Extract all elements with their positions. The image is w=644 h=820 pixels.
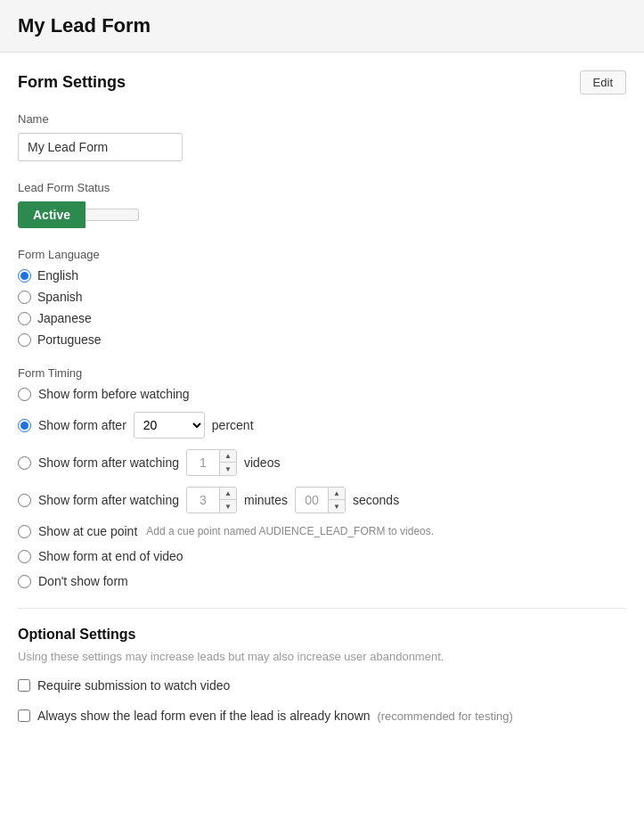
- language-spanish-label: Spanish: [37, 290, 83, 304]
- require-submission-text: Require submission to watch video: [37, 677, 230, 695]
- edit-button[interactable]: Edit: [580, 70, 626, 94]
- language-japanese-label: Japanese: [37, 311, 92, 325]
- optional-settings: Optional Settings Using these settings m…: [18, 627, 626, 725]
- language-japanese[interactable]: Japanese: [18, 311, 626, 325]
- timing-label: Form Timing: [18, 366, 626, 380]
- status-active-button[interactable]: Active: [18, 201, 86, 228]
- seconds-spinner: ▲ ▼: [295, 487, 346, 513]
- language-portuguese-label: Portuguese: [37, 332, 102, 347]
- always-show-label[interactable]: Always show the lead form even if the le…: [18, 708, 626, 726]
- timing-after-minutes-radio[interactable]: [18, 494, 31, 507]
- require-submission-checkbox[interactable]: [18, 679, 30, 692]
- always-show-checkbox[interactable]: [18, 709, 30, 722]
- videos-spinner: ▲ ▼: [186, 449, 237, 476]
- language-english-radio[interactable]: [18, 269, 31, 283]
- timing-cue-radio[interactable]: [18, 525, 31, 538]
- language-english[interactable]: English: [18, 268, 626, 283]
- timing-after-videos: Show form after watching ▲ ▼ videos: [18, 449, 626, 476]
- timing-after-percent: Show form after 20 5 10 15 25 30 40 50 6…: [18, 412, 626, 439]
- form-settings-title: Form Settings: [18, 73, 126, 92]
- timing-end: Show form at end of video: [18, 549, 626, 563]
- minutes-up-button[interactable]: ▲: [220, 488, 236, 500]
- divider: [18, 608, 626, 609]
- seconds-down-button[interactable]: ▼: [329, 500, 345, 512]
- timing-after-percent-label: Show form after: [38, 418, 126, 432]
- timing-after-minutes-label: Show form after watching: [38, 493, 179, 507]
- main-content: Form Settings Edit Name Lead Form Status…: [0, 53, 644, 762]
- videos-input[interactable]: [187, 451, 219, 474]
- seconds-up-button[interactable]: ▲: [329, 488, 345, 500]
- language-portuguese[interactable]: Portuguese: [18, 332, 626, 347]
- language-japanese-radio[interactable]: [18, 312, 31, 325]
- timing-never-label: Don't show form: [38, 574, 128, 588]
- recommended-tag: (recommended for testing): [377, 709, 512, 723]
- language-spanish-radio[interactable]: [18, 291, 31, 304]
- minutes-input[interactable]: [187, 488, 219, 512]
- timing-cue-label: Show at cue point: [38, 524, 137, 538]
- name-input[interactable]: [18, 133, 183, 161]
- timing-cue: Show at cue point Add a cue point named …: [18, 524, 626, 538]
- minutes-down-button[interactable]: ▼: [220, 500, 236, 512]
- status-group: Lead Form Status Active: [18, 181, 626, 228]
- status-toggle: Active: [18, 201, 626, 228]
- always-show-text: Always show the lead form even if the le…: [37, 708, 513, 726]
- timing-after-videos-radio[interactable]: [18, 456, 31, 470]
- seconds-input[interactable]: [296, 488, 328, 512]
- name-group: Name: [18, 112, 626, 161]
- minutes-spinner: ▲ ▼: [186, 487, 237, 513]
- seconds-spinner-buttons: ▲ ▼: [328, 488, 345, 512]
- page-title: My Lead Form: [18, 14, 626, 37]
- percent-label: percent: [212, 418, 254, 432]
- videos-label: videos: [244, 455, 280, 470]
- name-label: Name: [18, 112, 626, 126]
- timing-never-radio[interactable]: [18, 575, 31, 588]
- videos-up-button[interactable]: ▲: [220, 450, 236, 463]
- videos-spinner-buttons: ▲ ▼: [219, 450, 236, 475]
- timing-end-radio[interactable]: [18, 550, 31, 563]
- timing-before: Show form before watching: [18, 387, 626, 401]
- timing-after-videos-label: Show form after watching: [38, 455, 179, 470]
- status-inactive-button[interactable]: [86, 209, 139, 221]
- timing-before-radio[interactable]: [18, 388, 31, 401]
- timing-end-label: Show form at end of video: [38, 549, 183, 563]
- optional-title: Optional Settings: [18, 627, 626, 643]
- status-label: Lead Form Status: [18, 181, 626, 194]
- minutes-spinner-buttons: ▲ ▼: [219, 488, 236, 512]
- videos-down-button[interactable]: ▼: [220, 463, 236, 475]
- timing-after-percent-radio[interactable]: [18, 419, 31, 432]
- timing-never: Don't show form: [18, 574, 626, 588]
- language-english-label: English: [37, 268, 78, 283]
- language-label: Form Language: [18, 248, 626, 261]
- cue-hint: Add a cue point named AUDIENCE_LEAD_FORM…: [146, 525, 434, 537]
- timing-before-label: Show form before watching: [38, 387, 190, 401]
- language-group: Form Language English Spanish Japanese P…: [18, 248, 626, 347]
- require-submission-label[interactable]: Require submission to watch video: [18, 677, 626, 695]
- timing-after-minutes: Show form after watching ▲ ▼ minutes ▲ ▼: [18, 487, 626, 513]
- timing-options: Show form before watching Show form afte…: [18, 387, 626, 588]
- seconds-label: seconds: [353, 493, 399, 507]
- page-header: My Lead Form: [0, 0, 644, 53]
- timing-group: Form Timing Show form before watching Sh…: [18, 366, 626, 588]
- optional-desc: Using these settings may increase leads …: [18, 650, 626, 663]
- language-spanish[interactable]: Spanish: [18, 290, 626, 304]
- language-radio-group: English Spanish Japanese Portuguese: [18, 268, 626, 347]
- minutes-label: minutes: [244, 493, 288, 507]
- section-header: Form Settings Edit: [18, 70, 626, 94]
- language-portuguese-radio[interactable]: [18, 333, 31, 347]
- percent-select[interactable]: 20 5 10 15 25 30 40 50 60 70 80 90 95: [134, 412, 205, 439]
